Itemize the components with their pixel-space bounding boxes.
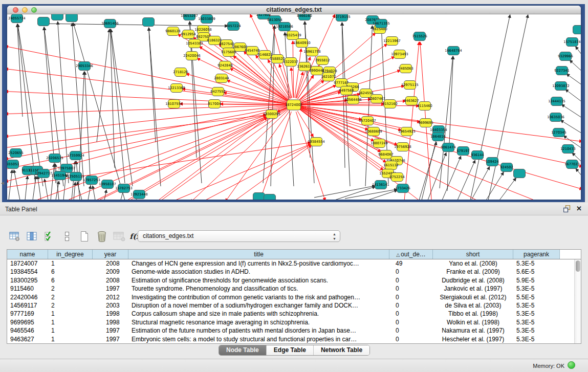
- table-row[interactable]: 1872400712008Changes of HCN gene express…: [7, 259, 581, 268]
- graph-node-label: 9329966: [558, 54, 573, 58]
- select-columns-button[interactable]: [42, 230, 57, 243]
- column-header-name[interactable]: name: [7, 250, 48, 259]
- graph-edge: [17, 24, 35, 183]
- graph-node[interactable]: [66, 14, 78, 22]
- table-row[interactable]: 1938455462009Genome-wide association stu…: [7, 268, 581, 276]
- cell-pagerank: 5.9E-5: [513, 276, 560, 285]
- graph-node-label: 2803144: [214, 76, 229, 80]
- cell-name: 9463627: [7, 335, 48, 343]
- graph-node-label: 19218586: [276, 25, 293, 29]
- graph-node[interactable]: [52, 14, 63, 20]
- table-panel-header: Table Panel ✕: [0, 203, 588, 215]
- float-panel-icon[interactable]: [563, 205, 571, 212]
- graph-edge: [14, 170, 20, 200]
- graph-node-label: 679197: [456, 149, 469, 153]
- cell-title: Embryonic stem cells: a model to study s…: [128, 335, 389, 343]
- graph-node-label: 109424: [486, 160, 498, 164]
- graph-edge: [72, 23, 84, 186]
- scrollbar-thumb[interactable]: [576, 260, 580, 272]
- table-row[interactable]: 1456911722003Disruption of a novel membe…: [7, 301, 581, 310]
- network-canvas[interactable]: 9860128891295418226058982750810543382818…: [7, 14, 581, 200]
- graph-node[interactable]: [253, 193, 265, 200]
- new-column-button[interactable]: [77, 230, 92, 243]
- graph-node[interactable]: [573, 26, 581, 34]
- graph-node-label: 9227341: [554, 69, 569, 73]
- vertical-scrollbar[interactable]: [574, 259, 581, 343]
- graph-edge: [293, 41, 294, 98]
- table-row[interactable]: 911546021997Tourette syndrome. Phenomeno…: [7, 285, 581, 293]
- cell-year: 2008: [93, 259, 128, 268]
- table-row[interactable]: 2242004622012Investigating the contribut…: [7, 293, 581, 301]
- tab-edge-table[interactable]: Edge Table: [267, 345, 314, 355]
- graph-node-label: 12093872: [552, 84, 570, 88]
- column-header-title[interactable]: title: [128, 250, 389, 259]
- cell-out-de-: 0: [389, 326, 433, 335]
- table-row[interactable]: 946362711997Embryonic stem cells: a mode…: [7, 335, 581, 343]
- graph-node-label: 19384554: [308, 140, 325, 144]
- graph-node-label: 18325419: [284, 33, 301, 37]
- cell-title: Structural magnetic resonance image aver…: [128, 318, 389, 326]
- graph-node-label: 9115460: [417, 104, 432, 108]
- cell-pagerank: 5.3E-5: [513, 310, 560, 318]
- cell-title: Tourette syndrome. Phenomenology and cla…: [128, 285, 389, 293]
- graph-edge: [565, 90, 581, 106]
- table-row[interactable]: 969969511998Structural magnetic resonanc…: [7, 318, 581, 326]
- graph-node-label: 924502: [500, 165, 513, 169]
- cell-year: 2012: [93, 293, 128, 301]
- cell-title: Changes of HCN gene expression and I(f) …: [128, 259, 389, 268]
- table-row[interactable]: 977716911998Corpus callosum shape and si…: [7, 310, 581, 318]
- column-header-year[interactable]: year: [93, 250, 128, 259]
- table-row[interactable]: 946554611997Estimation of the future num…: [7, 326, 581, 335]
- table-mode-button[interactable]: [7, 230, 23, 243]
- graph-edge: [7, 69, 287, 104]
- graph-edge: [296, 72, 303, 98]
- graph-node-label: 1677023: [564, 162, 579, 166]
- show-column-button[interactable]: [25, 230, 40, 243]
- table-body: 1872400712008Changes of HCN gene express…: [7, 259, 581, 343]
- graph-node-label: 12505115: [67, 174, 84, 179]
- graph-node-label: 9175685: [221, 50, 236, 54]
- cell-short: Nakamura et al. (1997): [433, 326, 513, 335]
- column-header-short[interactable]: short: [433, 250, 513, 259]
- cell-out-de-: 49: [389, 259, 433, 268]
- graph-node-label: 18300295: [263, 112, 280, 116]
- tab-node-table[interactable]: Node Table: [219, 345, 267, 355]
- cell-name: 9777169: [7, 310, 48, 318]
- cell-year: 2003: [93, 301, 128, 310]
- graph-node-label: 16782753: [115, 186, 133, 190]
- graph-node-label: 8813054: [267, 18, 282, 22]
- graph-edge: [9, 170, 12, 200]
- cell-short: Dudbridge et al. (2008): [433, 276, 513, 285]
- column-header-in-degree[interactable]: in_degree: [48, 250, 93, 259]
- column-header-out-de-[interactable]: △out_de…: [389, 250, 433, 259]
- graph-edge: [25, 176, 28, 200]
- cell-short: Hescheler et al. (1997): [433, 335, 513, 343]
- graph-node[interactable]: [38, 17, 50, 26]
- graph-edge: [576, 168, 581, 183]
- graph-edge: [260, 112, 292, 200]
- row-height-button[interactable]: [59, 230, 75, 243]
- panel-collapse-arrow-icon[interactable]: ◄: [0, 180, 5, 186]
- memory-indicator-dot[interactable]: [568, 361, 575, 369]
- graph-node[interactable]: [264, 194, 276, 200]
- cell-name: 22420046: [7, 293, 48, 301]
- cell-short: Yano et al. (2008): [433, 259, 513, 268]
- delete-columns-button[interactable]: [94, 230, 110, 243]
- graph-node-label: 14136141: [372, 183, 389, 187]
- delete-table-button[interactable]: [112, 230, 127, 243]
- column-header-pagerank[interactable]: pagerank: [513, 250, 560, 259]
- cell-in-degree: 2: [48, 301, 93, 310]
- table-selector-dropdown[interactable]: citations_edges.txt ▲▼: [138, 230, 340, 242]
- close-panel-icon[interactable]: ✕: [576, 205, 582, 212]
- graph-node-label: 16403354: [430, 128, 447, 132]
- cell-short: Tibbo et al. (1998): [433, 310, 513, 318]
- graph-node[interactable]: [514, 169, 526, 178]
- graph-node-label: 9699695: [418, 121, 433, 125]
- memory-status: Memory: OK: [533, 363, 564, 369]
- graph-node[interactable]: [143, 18, 155, 27]
- tab-network-table[interactable]: Network Table: [314, 345, 369, 355]
- cell-pagerank: 5.3E-5: [513, 318, 560, 326]
- graph-node-label: 9752254: [389, 175, 404, 179]
- table-row[interactable]: 1830029562008Estimation of significance …: [7, 276, 581, 285]
- window-titlebar[interactable]: citations_edges.txt: [7, 6, 581, 14]
